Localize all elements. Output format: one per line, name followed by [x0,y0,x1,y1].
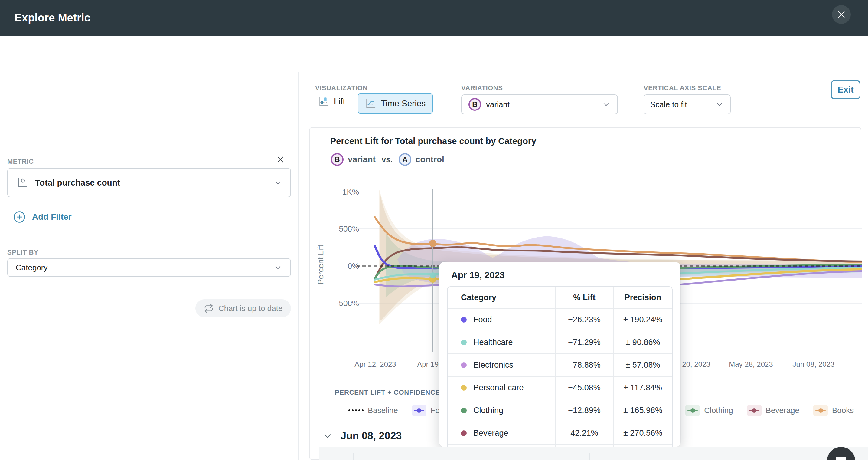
chevron-down-icon [601,100,611,109]
variant-name: variant [348,155,376,164]
tooltip-col-category: Category [461,293,496,302]
tooltip-row-personal-care: Personal care −45.08% ± 117.84% [447,376,672,399]
variation-select[interactable]: B variant [461,94,618,114]
close-icon [836,9,846,20]
metric-icon [16,176,28,189]
modal-title: Explore Metric [14,11,90,24]
x-tick: Apr 12, 2023 [354,360,396,369]
plus-circle-icon [13,210,26,224]
clothing-color-dot [461,408,467,413]
modal-header: Explore Metric [0,0,868,36]
tooltip-date: Apr 19, 2023 [451,270,673,280]
split-by-label: SPLIT BY [7,249,38,256]
legend-item-beverage[interactable]: Beverage [747,405,799,416]
vs-label: vs. [382,155,393,164]
x-tick: May 28, 2023 [729,360,773,369]
beverage-series-icon [747,405,762,416]
comparison-row: B variant vs. A control [331,153,444,166]
chart-status-text: Chart is up to date [218,304,282,313]
chevron-down-icon [715,100,724,109]
add-filter-label: Add Filter [32,212,72,222]
close-button[interactable] [832,5,851,24]
beverage-color-dot [461,430,467,436]
tooltip-col-lift: % Lift [573,293,595,302]
panel-close-button[interactable] [274,153,287,166]
variations-label: VARIATIONS [461,84,503,92]
healthcare-hover-marker [430,272,436,279]
date-table-header-band [319,447,868,460]
chat-bubble-icon [834,454,848,460]
variant-b-badge: B [331,153,344,166]
add-filter-button[interactable]: Add Filter [13,210,72,224]
time-series-toggle[interactable]: Time Series [358,93,433,114]
tooltip-row-healthcare: Healthcare −71.29% ± 90.86% [447,331,672,353]
tooltip-col-precision: Precision [624,293,661,302]
books-hover-marker [429,240,436,247]
title-bar: Total purchase count by Category Exit [0,36,868,72]
personal-care-color-dot [461,385,467,391]
chart-status-pill: Chart is up to date [195,299,291,317]
visualization-label: VISUALIZATION [315,84,368,92]
time-series-toggle-label: Time Series [381,99,426,108]
close-icon [276,155,285,164]
legend-item-baseline[interactable]: Baseline [348,406,398,415]
legend-item-clothing[interactable]: Clothing [685,405,733,416]
metric-label: METRIC [7,158,34,166]
axis-scale-select[interactable]: Scale to fit [644,94,731,114]
exit-button[interactable]: Exit [831,80,861,99]
clothing-series-icon [685,405,700,416]
chevron-down-icon [273,178,282,187]
food-series-icon [412,405,427,416]
date-section-label: Jun 08, 2023 [341,430,402,441]
vertical-axis-scale-label: VERTICAL AXIS SCALE [644,84,721,92]
divider [448,90,449,119]
metric-select[interactable]: Total purchase count [7,168,291,197]
split-by-select[interactable]: Category [7,258,291,277]
books-series-icon [813,405,828,416]
tooltip-table: Category % Lift Precision Food −26.23% ±… [447,286,673,447]
tooltip-row-electronics: Electronics −78.88% ± 57.08% [447,353,672,376]
tooltip-row-food: Food −26.23% ± 190.24% [447,308,672,331]
baseline-dotted-icon [348,409,364,411]
tooltip-row-books: Books 49.51% ± 279.99% [447,444,672,447]
legend-item-books[interactable]: Books [813,405,854,416]
healthcare-color-dot [461,340,467,345]
x-tick: Jun 08, 2023 [793,360,835,369]
lift-chart-icon [318,96,330,107]
time-series-icon [365,98,376,109]
electronics-color-dot [461,362,467,368]
chart-tooltip: Apr 19, 2023 Category % Lift Precision F… [439,262,681,447]
control-a-badge: A [399,153,411,166]
food-color-dot [461,317,467,323]
variation-value: variant [486,100,601,109]
explore-metric-modal: Explore Metric Total purchase count by C… [0,0,868,460]
lift-toggle[interactable]: Lift [318,96,345,107]
tooltip-header-row: Category % Lift Precision [447,287,672,308]
tooltip-row-beverage: Beverage 42.21% ± 270.56% [447,422,672,444]
date-section-toggle[interactable]: Jun 08, 2023 [322,430,402,441]
metric-value: Total purchase count [35,178,273,188]
chevron-down-icon [273,263,282,272]
divider [637,90,637,119]
chevron-down-icon [322,431,333,441]
refresh-icon [204,304,214,313]
split-by-value: Category [16,263,273,272]
variant-b-badge: B [468,98,481,111]
axis-scale-value: Scale to fit [650,100,715,109]
chart-title: Percent Lift for Total purchase count by… [330,136,536,146]
lift-toggle-label: Lift [334,96,345,106]
config-panel: METRIC Total purchase count Add Filter S… [0,72,299,460]
control-name: control [415,155,444,164]
tooltip-row-clothing: Clothing −12.89% ± 165.98% [447,399,672,422]
